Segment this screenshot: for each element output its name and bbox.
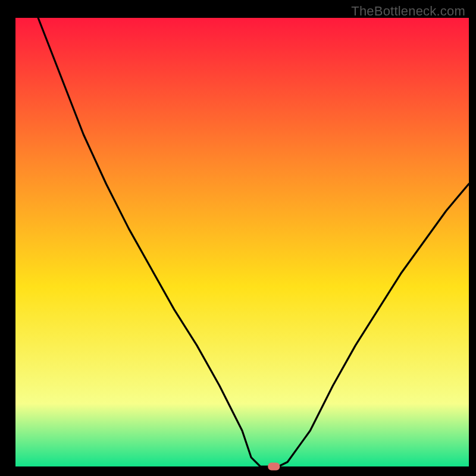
- bottleneck-chart: [0, 0, 476, 476]
- plot-area: [15, 18, 469, 466]
- watermark-text: TheBottleneck.com: [351, 4, 465, 19]
- optimal-marker: [268, 463, 280, 471]
- chart-container: TheBottleneck.com: [0, 0, 476, 476]
